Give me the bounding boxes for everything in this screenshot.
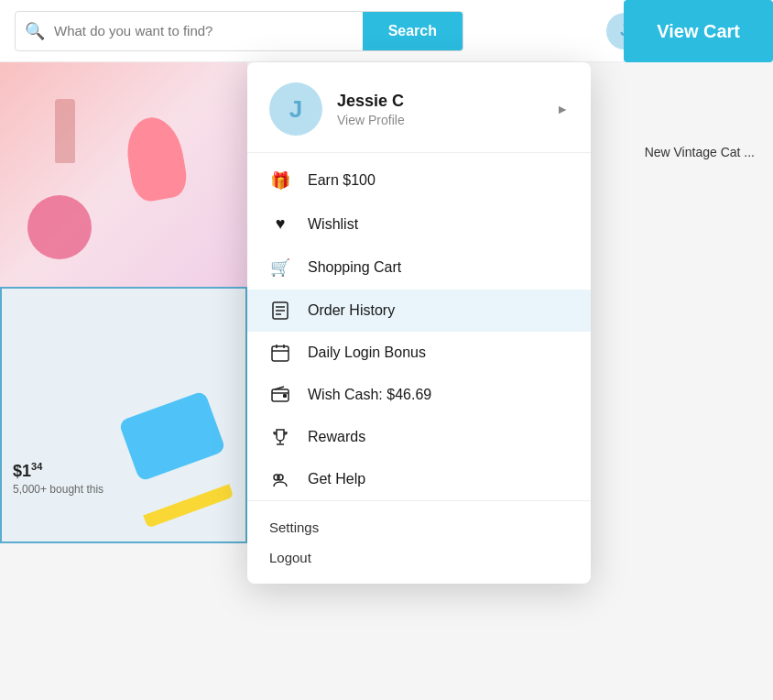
logout-link[interactable]: Logout [269, 542, 569, 573]
header: 🔍 Search J 🔔 🛒 1 ❤ View Cart [0, 0, 773, 62]
rewards-label: Rewards [308, 429, 365, 445]
earn-label: Earn $100 [308, 172, 376, 189]
search-bar: 🔍 Search [15, 11, 463, 51]
flamingo-decoration [122, 113, 191, 203]
bottom-divider [247, 500, 591, 501]
orders-icon [269, 301, 291, 320]
view-cart-button[interactable]: View Cart [624, 0, 773, 62]
menu-item-help[interactable]: Get Help [247, 458, 591, 500]
rose-decoration [27, 195, 92, 259]
svg-rect-9 [283, 394, 287, 398]
profile-section[interactable]: J Jessie C View Profile ► [247, 62, 591, 152]
calendar-icon [269, 344, 291, 362]
menu-item-wishlist[interactable]: ♥ Wishlist [247, 202, 591, 246]
profile-arrow-icon: ► [556, 102, 569, 116]
menu-item-wishcash[interactable]: Wish Cash: $46.69 [247, 374, 591, 416]
wishlist-label: Wishlist [308, 216, 358, 233]
profile-name: Jessie C [337, 92, 405, 111]
sponge-strip-decoration [143, 484, 234, 528]
products-area: $134 5,000+ bought this [0, 62, 247, 700]
gift-icon: 🎁 [269, 170, 291, 191]
divider [247, 152, 591, 153]
daily-label: Daily Login Bonus [308, 345, 426, 361]
search-input[interactable] [54, 23, 363, 38]
trophy-icon [269, 428, 291, 446]
heart-filled-icon: ♥ [269, 214, 291, 234]
main-content: $134 5,000+ bought this New Vintage Cat … [0, 62, 773, 700]
wishcash-label: Wish Cash: $46.69 [308, 387, 431, 403]
profile-avatar: J [269, 82, 322, 136]
bottom-links: Settings Logout [247, 507, 591, 576]
search-icon: 🔍 [16, 21, 54, 41]
orders-label: Order History [308, 302, 395, 319]
svg-point-15 [274, 475, 279, 480]
profile-info: Jessie C View Profile [337, 92, 405, 127]
shopping-cart-icon: 🛒 [269, 257, 291, 278]
product-price: $134 [13, 461, 103, 481]
settings-link[interactable]: Settings [269, 512, 569, 542]
help-label: Get Help [308, 471, 365, 487]
user-dropdown: J Jessie C View Profile ► 🎁 Earn $100 ♥ … [247, 62, 591, 584]
sold-count: 5,000+ bought this [13, 483, 103, 496]
wallet-icon [269, 386, 291, 404]
menu-item-cart[interactable]: 🛒 Shopping Cart [247, 246, 591, 290]
price-badge: $134 5,000+ bought this [13, 461, 103, 496]
sponge-decoration [118, 390, 226, 482]
product-image-bottom[interactable]: $134 5,000+ bought this [0, 287, 247, 543]
menu-item-orders[interactable]: Order History [247, 290, 591, 332]
view-profile-label[interactable]: View Profile [337, 113, 405, 127]
product-label: New Vintage Cat ... [645, 145, 755, 159]
cart-label: Shopping Cart [308, 259, 401, 276]
menu-item-rewards[interactable]: Rewards [247, 416, 591, 458]
menu-item-daily[interactable]: Daily Login Bonus [247, 332, 591, 374]
menu-item-earn[interactable]: 🎁 Earn $100 [247, 159, 591, 202]
help-icon [269, 470, 291, 488]
product-image-top[interactable] [0, 62, 247, 287]
svg-rect-4 [272, 346, 289, 361]
search-button[interactable]: Search [363, 11, 463, 51]
glass-decoration [55, 99, 75, 163]
